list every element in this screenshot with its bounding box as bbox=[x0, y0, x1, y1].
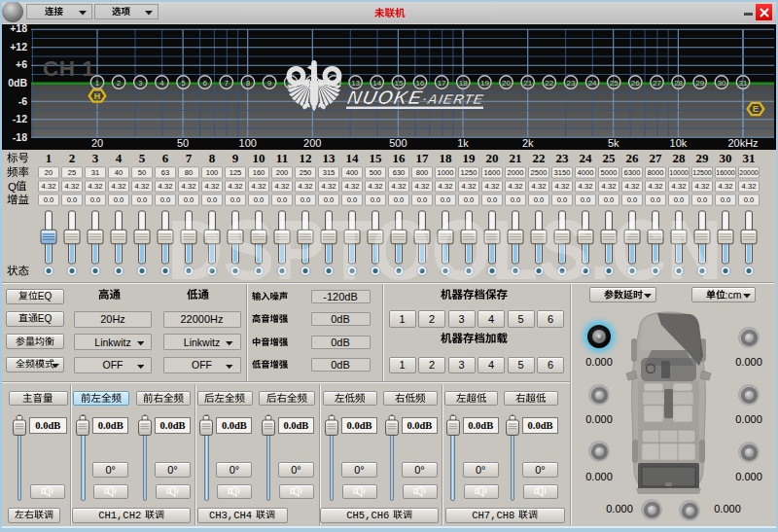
svg-text:26: 26 bbox=[626, 151, 640, 165]
svg-text:14: 14 bbox=[372, 79, 381, 88]
svg-text:5: 5 bbox=[139, 151, 146, 165]
svg-text:4.32: 4.32 bbox=[439, 182, 453, 191]
svg-text:10k: 10k bbox=[670, 137, 688, 149]
svg-text:250: 250 bbox=[300, 168, 312, 177]
svg-text:200: 200 bbox=[303, 137, 321, 149]
svg-text:H: H bbox=[94, 90, 101, 101]
svg-text:63: 63 bbox=[161, 168, 169, 177]
svg-text:500: 500 bbox=[370, 168, 382, 177]
svg-text:2: 2 bbox=[69, 151, 76, 165]
svg-text:5000: 5000 bbox=[601, 168, 618, 177]
svg-text:-12: -12 bbox=[13, 113, 27, 124]
svg-text:4.32: 4.32 bbox=[695, 182, 710, 191]
svg-text:1250: 1250 bbox=[461, 168, 477, 177]
svg-text:25: 25 bbox=[610, 79, 619, 88]
svg-text:4.32: 4.32 bbox=[555, 182, 570, 191]
svg-text:4.32: 4.32 bbox=[182, 182, 196, 191]
svg-text:11: 11 bbox=[276, 151, 288, 165]
svg-text:8: 8 bbox=[246, 79, 251, 88]
svg-text:4.32: 4.32 bbox=[159, 182, 173, 191]
svg-text:7: 7 bbox=[186, 151, 193, 165]
svg-text:4.32: 4.32 bbox=[135, 182, 150, 191]
svg-text:25: 25 bbox=[68, 168, 76, 177]
svg-text:1: 1 bbox=[46, 151, 53, 165]
svg-text:13: 13 bbox=[323, 151, 336, 165]
svg-text:3150: 3150 bbox=[554, 168, 571, 177]
svg-text:4.32: 4.32 bbox=[205, 182, 220, 191]
svg-text:4.32: 4.32 bbox=[415, 182, 430, 191]
svg-text:4.32: 4.32 bbox=[322, 182, 336, 191]
svg-text:+6: +6 bbox=[16, 58, 27, 70]
svg-text:23: 23 bbox=[566, 79, 575, 88]
svg-text:1000: 1000 bbox=[438, 168, 454, 177]
svg-text:4: 4 bbox=[116, 151, 123, 165]
svg-text:0.0: 0.0 bbox=[67, 195, 78, 204]
svg-text:0.0: 0.0 bbox=[44, 195, 54, 204]
svg-text:24: 24 bbox=[580, 151, 593, 165]
svg-text:0dB: 0dB bbox=[8, 77, 27, 89]
svg-text:8000: 8000 bbox=[648, 168, 664, 177]
svg-text:31: 31 bbox=[743, 151, 756, 165]
svg-text:22: 22 bbox=[533, 151, 546, 165]
svg-text:4000: 4000 bbox=[578, 168, 594, 177]
svg-text:13: 13 bbox=[351, 79, 360, 88]
svg-text:16: 16 bbox=[393, 151, 407, 165]
svg-text:630: 630 bbox=[393, 168, 406, 177]
svg-text:18: 18 bbox=[459, 79, 468, 88]
svg-text:6: 6 bbox=[162, 151, 169, 165]
svg-text:200: 200 bbox=[276, 168, 289, 177]
svg-text:3: 3 bbox=[92, 151, 99, 165]
svg-text:21: 21 bbox=[510, 151, 522, 165]
svg-text:24: 24 bbox=[588, 79, 597, 88]
svg-text:CH 1: CH 1 bbox=[43, 56, 94, 81]
svg-text:30: 30 bbox=[717, 79, 725, 88]
svg-text:+18: +18 bbox=[10, 24, 27, 34]
svg-text:800: 800 bbox=[416, 168, 429, 177]
svg-text:3: 3 bbox=[138, 79, 143, 88]
svg-text:4.32: 4.32 bbox=[462, 182, 477, 191]
svg-text:NUOKE: NUOKE bbox=[345, 87, 425, 108]
svg-text:10: 10 bbox=[253, 151, 265, 165]
svg-text:0.0: 0.0 bbox=[744, 195, 755, 204]
svg-text:4.32: 4.32 bbox=[532, 182, 547, 191]
svg-text:2: 2 bbox=[117, 79, 122, 88]
svg-text:80: 80 bbox=[185, 168, 193, 177]
svg-text:28: 28 bbox=[674, 79, 683, 88]
svg-text:20: 20 bbox=[486, 151, 499, 165]
svg-text:27: 27 bbox=[653, 79, 661, 88]
svg-text:125: 125 bbox=[230, 168, 242, 177]
svg-text:6: 6 bbox=[202, 79, 207, 88]
svg-text:22: 22 bbox=[545, 79, 553, 88]
svg-text:8: 8 bbox=[209, 151, 216, 165]
svg-text:12500: 12500 bbox=[692, 169, 712, 176]
svg-text:19: 19 bbox=[480, 79, 489, 88]
svg-text:500: 500 bbox=[389, 137, 407, 149]
svg-text:16000: 16000 bbox=[716, 169, 735, 176]
svg-text:4.32: 4.32 bbox=[345, 182, 360, 191]
svg-text:4: 4 bbox=[159, 79, 164, 88]
svg-text:4.32: 4.32 bbox=[88, 182, 103, 191]
svg-text:4.32: 4.32 bbox=[299, 182, 313, 191]
svg-text:19: 19 bbox=[463, 151, 477, 165]
svg-text:20: 20 bbox=[91, 137, 103, 149]
svg-text:20kHz: 20kHz bbox=[727, 137, 758, 149]
svg-text:12: 12 bbox=[300, 151, 312, 165]
svg-text:4.32: 4.32 bbox=[229, 182, 243, 191]
svg-text:17: 17 bbox=[438, 79, 446, 88]
svg-text:5: 5 bbox=[181, 79, 186, 88]
svg-text:315: 315 bbox=[323, 168, 336, 177]
svg-text:30: 30 bbox=[720, 151, 732, 165]
svg-text:40: 40 bbox=[115, 168, 123, 177]
svg-text:2500: 2500 bbox=[531, 168, 548, 177]
svg-text:1: 1 bbox=[95, 79, 100, 88]
svg-text:28: 28 bbox=[673, 151, 687, 165]
svg-text:100: 100 bbox=[206, 168, 219, 177]
svg-text:9: 9 bbox=[232, 151, 239, 165]
svg-text:6300: 6300 bbox=[624, 168, 641, 177]
svg-text:9: 9 bbox=[267, 79, 272, 88]
svg-text:4.32: 4.32 bbox=[672, 182, 687, 191]
svg-text:400: 400 bbox=[346, 168, 359, 177]
svg-text:4.32: 4.32 bbox=[602, 182, 617, 191]
svg-text:Q: Q bbox=[8, 181, 17, 193]
svg-text:E: E bbox=[753, 103, 759, 114]
